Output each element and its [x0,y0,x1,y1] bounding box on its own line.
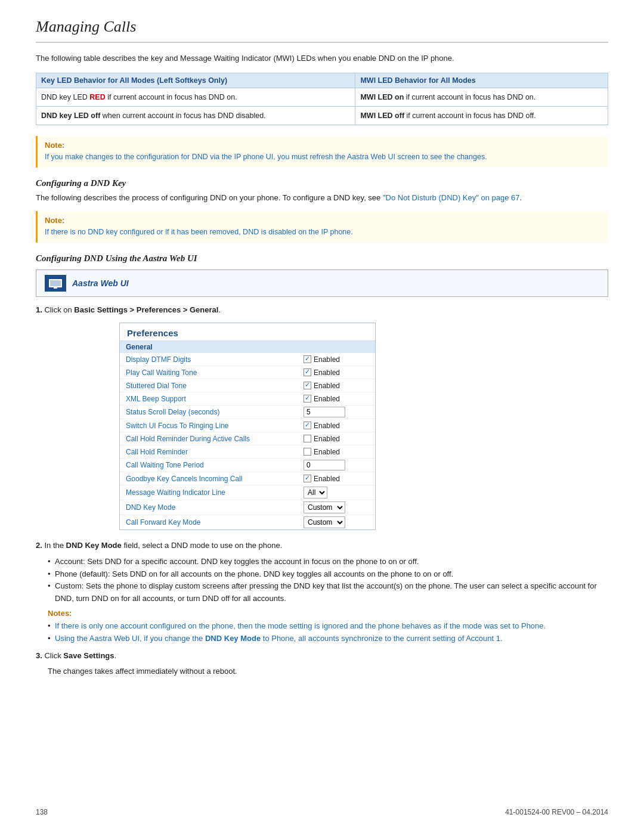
checkbox-goodbye-key[interactable] [304,475,311,482]
dnd-key-link[interactable]: "Do Not Disturb (DND) Key" on page 67 [383,193,520,202]
pref-value-play-call-waiting: Enabled [304,368,369,377]
notes-section: Notes: If there is only one account conf… [48,609,608,645]
select-dnd-key-mode[interactable]: Custom Phone Account [304,501,345,513]
checkbox-xml-beep[interactable] [304,395,311,402]
note-label-1: Note: [45,141,64,150]
led-table-col2-header: MWI LED Behavior for All Modes [355,73,608,88]
step-2: 2. In the DND Key Mode field, select a D… [36,540,608,552]
section-heading-2: Configuring DND Using the Aastra Web UI [36,253,608,264]
pref-row-xml-beep: XML Beep Support Enabled [120,392,375,405]
pref-row-status-scroll: Status Scroll Delay (seconds) [120,405,375,419]
pref-label-dnd-key-mode: DND Key Mode [126,503,304,512]
table-row: DND key LED off when current account in … [36,106,608,125]
checkbox-call-hold-reminder[interactable] [304,448,311,456]
led-table-row1-col1: DND key LED RED if current account in fo… [36,88,355,106]
pref-value-call-hold-reminder: Enabled [304,448,369,456]
note-text-2: If there is no DND key configured or if … [45,226,601,238]
preferences-panel: Preferences General Display DTMF Digits … [119,323,376,530]
pref-label-call-waiting-period: Call Waiting Tone Period [126,461,304,469]
pref-label-call-hold-reminder: Call Hold Reminder [126,448,304,456]
list-item: Account: Sets DND for a specific account… [48,556,608,568]
page-footer: 138 41-001524-00 REV00 – 04.2014 [36,808,608,816]
list-item: Custom: Sets the phone to display custom… [48,580,608,605]
pref-value-xml-beep: Enabled [304,395,369,403]
checkbox-play-call-waiting[interactable] [304,368,311,376]
aastra-web-ui-box: Aastra Web UI [36,270,608,297]
note-label-2: Note: [45,216,64,225]
pref-row-call-waiting-period: Call Waiting Tone Period [120,459,375,472]
led-table-row1-col2: MWI LED on if current account in focus h… [355,88,608,106]
pref-label-stuttered-dial: Stuttered Dial Tone [126,382,304,390]
pref-label-call-forward-mode: Call Forward Key Mode [126,518,304,527]
bullet-list: Account: Sets DND for a specific account… [48,556,608,605]
preferences-section-header: General [120,341,375,353]
table-row: DND key LED RED if current account in fo… [36,88,608,106]
pref-value-switch-ui-focus: Enabled [304,422,369,430]
list-item: Phone (default): Sets DND on for all acc… [48,568,608,581]
notes-list: If there is only one account configured … [48,620,608,645]
led-table-row2-col2: MWI LED off if current account in focus … [355,106,608,125]
section1-text: The following describes the process of c… [36,192,608,205]
pref-label-status-scroll: Status Scroll Delay (seconds) [126,408,304,416]
intro-text: The following table describes the key an… [36,52,608,64]
checkbox-call-hold-active[interactable] [304,435,311,442]
pref-row-call-hold-active: Call Hold Reminder During Active Calls E… [120,432,375,445]
notes-label: Notes: [48,609,72,618]
select-call-forward-mode[interactable]: Custom Phone Account [304,516,345,528]
svg-rect-3 [54,287,57,289]
pref-value-call-hold-active: Enabled [304,435,369,443]
aastra-icon [45,275,66,292]
step-3-subtext: The changes takes affect immediately wit… [48,665,608,678]
top-divider [36,42,608,43]
svg-rect-2 [50,280,61,286]
pref-row-call-hold-reminder: Call Hold Reminder Enabled [120,445,375,459]
pref-label-xml-beep: XML Beep Support [126,395,304,403]
pref-row-call-forward-mode: Call Forward Key Mode Custom Phone Accou… [120,515,375,529]
pref-row-mwi-line: Message Waiting Indicator Line All [120,485,375,500]
note-box-1: Note: If you make changes to the configu… [36,136,608,168]
led-table-row2-col1: DND key LED off when current account in … [36,106,355,125]
pref-row-stuttered-dial: Stuttered Dial Tone Enabled [120,379,375,392]
checkbox-display-dtmf[interactable] [304,355,311,363]
pref-value-dnd-key-mode: Custom Phone Account [304,501,369,513]
step-3: 3. Click Save Settings. [36,650,608,662]
input-status-scroll[interactable] [304,407,345,417]
footer-doc-number: 41-001524-00 REV00 – 04.2014 [505,808,608,816]
pref-value-goodbye-key: Enabled [304,475,369,483]
pref-value-call-waiting-period [304,460,369,470]
preferences-title: Preferences [120,323,375,341]
checkbox-stuttered-dial[interactable] [304,382,311,389]
input-call-waiting-period[interactable] [304,460,345,470]
pref-label-play-call-waiting: Play Call Waiting Tone [126,368,304,377]
pref-row-dnd-key-mode: DND Key Mode Custom Phone Account [120,500,375,515]
list-item: Using the Aastra Web UI, if you change t… [48,633,608,645]
list-item: If there is only one account configured … [48,620,608,633]
pref-value-mwi-line: All [304,487,369,498]
page-title: Managing Calls [36,18,608,36]
section-heading-1: Configuring a DND Key [36,178,608,188]
pref-row-switch-ui-focus: Switch UI Focus To Ringing Line Enabled [120,419,375,432]
pref-label-call-hold-active: Call Hold Reminder During Active Calls [126,435,304,443]
select-mwi-line[interactable]: All [304,487,327,498]
footer-page-number: 138 [36,808,48,816]
pref-label-switch-ui-focus: Switch UI Focus To Ringing Line [126,422,304,430]
pref-value-status-scroll [304,407,369,417]
note-box-2: Note: If there is no DND key configured … [36,211,608,243]
pref-label-display-dtmf: Display DTMF Digits [126,355,304,364]
pref-row-goodbye-key: Goodbye Key Cancels Incoming Call Enable… [120,472,375,485]
pref-row-play-call-waiting: Play Call Waiting Tone Enabled [120,366,375,379]
checkbox-switch-ui-focus[interactable] [304,422,311,429]
pref-label-goodbye-key: Goodbye Key Cancels Incoming Call [126,475,304,483]
pref-row-display-dtmf: Display DTMF Digits Enabled [120,353,375,366]
led-table-col1-header: Key LED Behavior for All Modes (Left Sof… [36,73,355,88]
led-table: Key LED Behavior for All Modes (Left Sof… [36,73,608,125]
step-1: 1. Click on Basic Settings > Preferences… [36,304,608,317]
note-text-1: If you make changes to the configuration… [45,151,601,163]
pref-value-stuttered-dial: Enabled [304,382,369,390]
pref-value-call-forward-mode: Custom Phone Account [304,516,369,528]
pref-label-mwi-line: Message Waiting Indicator Line [126,488,304,497]
pref-value-display-dtmf: Enabled [304,355,369,364]
aastra-label: Aastra Web UI [72,278,129,288]
